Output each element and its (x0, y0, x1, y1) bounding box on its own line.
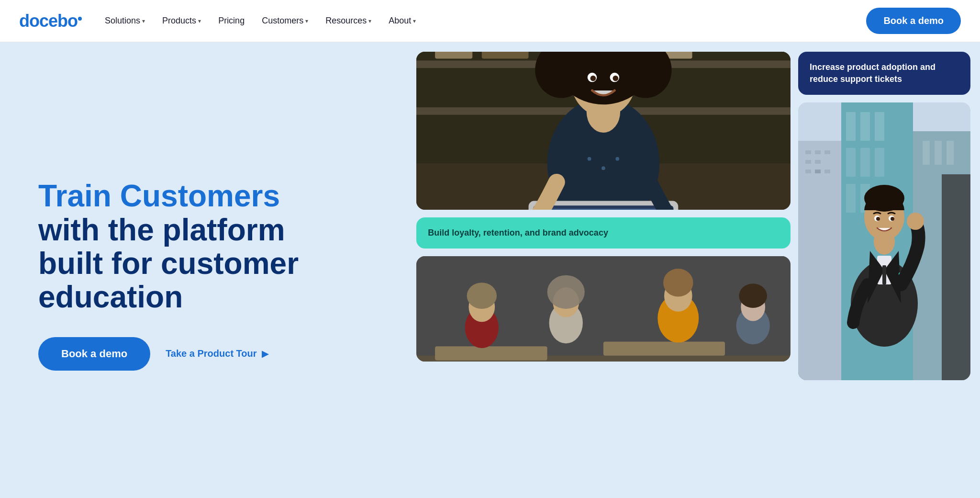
hero-left-images: Build loyalty, retention, and brand advo… (416, 52, 791, 362)
hero-image-woman (416, 52, 791, 210)
svg-point-46 (739, 283, 767, 308)
svg-rect-59 (860, 112, 870, 141)
nav-links: Solutions ▾ Products ▾ Pricing Customers… (97, 12, 866, 30)
nav-item-pricing[interactable]: Pricing (211, 12, 252, 30)
svg-rect-67 (923, 141, 930, 165)
svg-rect-54 (805, 170, 811, 173)
nav-label-solutions: Solutions (105, 16, 140, 26)
svg-rect-63 (875, 148, 884, 177)
headline-line3: built for customer (38, 246, 299, 281)
card-teal-text: Build loyalty, retention, and brand advo… (428, 228, 608, 238)
hero-section: Train Customers with the platform built … (0, 42, 980, 498)
svg-rect-68 (935, 141, 942, 165)
tour-label: Take a Product Tour (166, 348, 256, 359)
headline-line4: education (38, 280, 183, 314)
chevron-down-icon: ▾ (305, 18, 308, 24)
nav-label-about: About (389, 16, 411, 26)
nav-item-products[interactable]: Products ▾ (155, 12, 209, 30)
hero-product-tour-button[interactable]: Take a Product Tour ▶ (166, 348, 268, 359)
logo-text: docebo (19, 11, 82, 31)
play-arrow-icon: ▶ (262, 349, 268, 359)
info-card-dark: Increase product adoption and reduce sup… (798, 52, 970, 95)
nav-label-products: Products (162, 16, 196, 26)
hero-right-images: Increase product adoption and reduce sup… (798, 52, 970, 380)
svg-rect-49 (805, 150, 811, 154)
svg-point-80 (876, 217, 880, 221)
nav-book-demo-button[interactable]: Book a demo (866, 8, 961, 34)
svg-rect-64 (846, 184, 856, 213)
headline-line1: Train Customers (38, 179, 383, 213)
hero-left: Train Customers with the platform built … (0, 42, 412, 498)
svg-rect-62 (860, 148, 870, 177)
nav-label-pricing: Pricing (218, 16, 245, 26)
hero-headline: Train Customers with the platform built … (38, 179, 383, 314)
logo[interactable]: docebo (19, 12, 82, 30)
svg-rect-55 (815, 170, 821, 173)
info-card-teal: Build loyalty, retention, and brand advo… (416, 217, 791, 249)
svg-point-22 (590, 76, 596, 81)
svg-rect-33 (435, 346, 547, 360)
chevron-down-icon: ▾ (413, 18, 416, 24)
svg-point-11 (588, 157, 591, 161)
svg-point-40 (547, 275, 585, 309)
chevron-down-icon: ▾ (142, 18, 145, 24)
svg-rect-56 (824, 170, 830, 173)
nav-item-about[interactable]: About ▾ (381, 12, 423, 30)
svg-rect-6 (482, 52, 529, 58)
svg-rect-26 (536, 208, 670, 210)
svg-point-12 (601, 166, 605, 170)
hero-right: Build loyalty, retention, and brand advo… (412, 42, 980, 498)
headline-line2: with the platform (38, 213, 285, 247)
hero-image-office (416, 256, 791, 362)
nav-label-resources: Resources (325, 16, 367, 26)
svg-rect-34 (603, 342, 725, 356)
svg-point-37 (467, 283, 497, 309)
logo-dot (78, 17, 82, 21)
svg-point-23 (613, 76, 619, 81)
card-dark-text: Increase product adoption and reduce sup… (810, 62, 935, 84)
svg-rect-70 (942, 174, 970, 380)
svg-point-13 (615, 157, 619, 161)
navbar: docebo Solutions ▾ Products ▾ Pricing Cu… (0, 0, 980, 42)
nav-item-solutions[interactable]: Solutions ▾ (97, 12, 153, 30)
svg-rect-51 (824, 150, 830, 154)
svg-point-81 (891, 217, 894, 221)
hero-buttons: Book a demo Take a Product Tour ▶ (38, 337, 383, 371)
svg-rect-5 (435, 52, 472, 58)
nav-item-resources[interactable]: Resources ▾ (318, 12, 379, 30)
nav-label-customers: Customers (262, 16, 303, 26)
svg-rect-53 (815, 160, 821, 164)
svg-rect-60 (875, 112, 884, 141)
hero-image-man (798, 102, 970, 380)
svg-rect-61 (846, 148, 856, 177)
chevron-down-icon: ▾ (368, 18, 371, 24)
svg-rect-48 (798, 141, 846, 380)
svg-point-43 (663, 269, 693, 297)
svg-rect-50 (815, 150, 821, 154)
hero-book-demo-button[interactable]: Book a demo (38, 337, 150, 371)
svg-rect-52 (805, 160, 811, 164)
svg-rect-58 (846, 112, 856, 141)
chevron-down-icon: ▾ (198, 18, 201, 24)
svg-rect-69 (947, 141, 954, 165)
svg-rect-73 (882, 265, 886, 284)
svg-point-82 (907, 213, 924, 230)
nav-item-customers[interactable]: Customers ▾ (254, 12, 316, 30)
